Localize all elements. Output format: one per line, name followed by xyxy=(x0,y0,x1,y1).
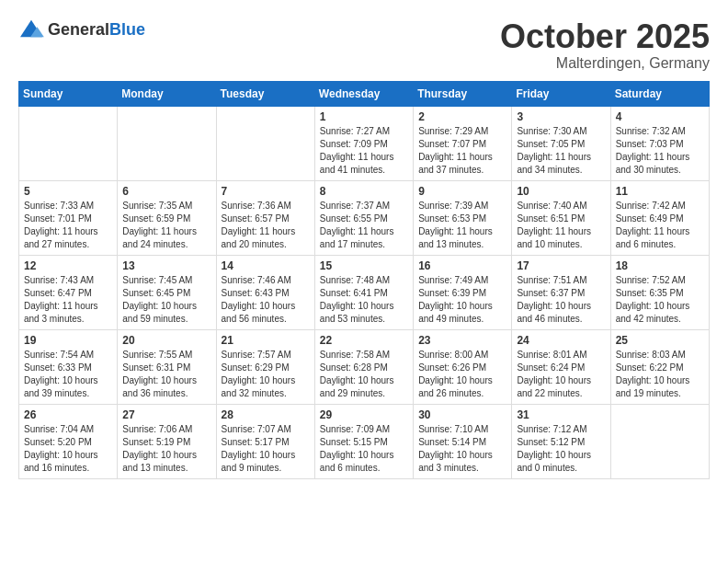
day-info: Sunrise: 7:51 AM Sunset: 6:37 PM Dayligh… xyxy=(517,274,605,326)
calendar-cell: 13Sunrise: 7:45 AM Sunset: 6:45 PM Dayli… xyxy=(118,255,216,329)
calendar-cell: 10Sunrise: 7:40 AM Sunset: 6:51 PM Dayli… xyxy=(512,180,610,255)
day-info: Sunrise: 8:01 AM Sunset: 6:24 PM Dayligh… xyxy=(517,349,605,400)
day-number: 19 xyxy=(24,334,112,347)
calendar-cell: 14Sunrise: 7:46 AM Sunset: 6:43 PM Dayli… xyxy=(216,255,314,329)
calendar-cell: 8Sunrise: 7:37 AM Sunset: 6:55 PM Daylig… xyxy=(314,180,413,255)
day-number: 31 xyxy=(517,408,605,421)
calendar-cell: 6Sunrise: 7:35 AM Sunset: 6:59 PM Daylig… xyxy=(118,180,216,255)
week-row-1: 1Sunrise: 7:27 AM Sunset: 7:09 PM Daylig… xyxy=(19,106,710,180)
calendar-cell: 18Sunrise: 7:52 AM Sunset: 6:35 PM Dayli… xyxy=(610,255,709,329)
calendar-header-row: SundayMondayTuesdayWednesdayThursdayFrid… xyxy=(19,81,710,106)
day-number: 12 xyxy=(24,259,112,272)
calendar-cell xyxy=(118,106,216,180)
logo: GeneralBlue xyxy=(18,18,145,40)
logo-icon xyxy=(18,18,44,40)
day-number: 11 xyxy=(616,185,704,198)
day-header-saturday: Saturday xyxy=(610,81,709,106)
calendar-cell: 16Sunrise: 7:49 AM Sunset: 6:39 PM Dayli… xyxy=(414,255,512,329)
day-header-tuesday: Tuesday xyxy=(216,81,314,106)
calendar-cell: 30Sunrise: 7:10 AM Sunset: 5:14 PM Dayli… xyxy=(414,404,512,478)
day-info: Sunrise: 7:33 AM Sunset: 7:01 PM Dayligh… xyxy=(24,200,112,251)
calendar-cell: 21Sunrise: 7:57 AM Sunset: 6:29 PM Dayli… xyxy=(216,329,314,404)
calendar-cell: 19Sunrise: 7:54 AM Sunset: 6:33 PM Dayli… xyxy=(19,329,118,404)
calendar-cell: 26Sunrise: 7:04 AM Sunset: 5:20 PM Dayli… xyxy=(19,404,118,478)
location-title: Malterdingen, Germany xyxy=(500,55,710,72)
calendar-cell: 4Sunrise: 7:32 AM Sunset: 7:03 PM Daylig… xyxy=(610,106,709,180)
calendar-cell: 7Sunrise: 7:36 AM Sunset: 6:57 PM Daylig… xyxy=(216,180,314,255)
day-info: Sunrise: 7:42 AM Sunset: 6:49 PM Dayligh… xyxy=(616,200,704,251)
day-info: Sunrise: 7:57 AM Sunset: 6:29 PM Dayligh… xyxy=(222,349,310,400)
day-info: Sunrise: 7:29 AM Sunset: 7:07 PM Dayligh… xyxy=(418,125,506,177)
calendar-cell: 20Sunrise: 7:55 AM Sunset: 6:31 PM Dayli… xyxy=(118,329,216,404)
day-number: 5 xyxy=(24,185,112,198)
calendar-cell: 22Sunrise: 7:58 AM Sunset: 6:28 PM Dayli… xyxy=(314,329,413,404)
calendar-cell: 23Sunrise: 8:00 AM Sunset: 6:26 PM Dayli… xyxy=(414,329,512,404)
day-info: Sunrise: 7:58 AM Sunset: 6:28 PM Dayligh… xyxy=(320,349,408,400)
day-number: 3 xyxy=(517,110,605,123)
day-number: 28 xyxy=(222,408,310,421)
day-info: Sunrise: 7:30 AM Sunset: 7:05 PM Dayligh… xyxy=(517,125,605,177)
calendar-cell: 27Sunrise: 7:06 AM Sunset: 5:19 PM Dayli… xyxy=(118,404,216,478)
day-header-thursday: Thursday xyxy=(414,81,512,106)
day-info: Sunrise: 7:10 AM Sunset: 5:14 PM Dayligh… xyxy=(418,423,506,475)
day-info: Sunrise: 7:39 AM Sunset: 6:53 PM Dayligh… xyxy=(418,200,506,251)
day-info: Sunrise: 7:09 AM Sunset: 5:15 PM Dayligh… xyxy=(320,423,408,475)
day-header-wednesday: Wednesday xyxy=(314,81,413,106)
day-header-friday: Friday xyxy=(512,81,610,106)
calendar-cell: 17Sunrise: 7:51 AM Sunset: 6:37 PM Dayli… xyxy=(512,255,610,329)
calendar-cell: 25Sunrise: 8:03 AM Sunset: 6:22 PM Dayli… xyxy=(610,329,709,404)
day-number: 22 xyxy=(320,334,408,347)
day-number: 29 xyxy=(320,408,408,421)
calendar-cell: 11Sunrise: 7:42 AM Sunset: 6:49 PM Dayli… xyxy=(610,180,709,255)
day-header-sunday: Sunday xyxy=(19,81,118,106)
day-number: 10 xyxy=(517,185,605,198)
day-info: Sunrise: 7:45 AM Sunset: 6:45 PM Dayligh… xyxy=(122,274,210,326)
day-number: 9 xyxy=(418,185,506,198)
calendar-cell: 29Sunrise: 7:09 AM Sunset: 5:15 PM Dayli… xyxy=(314,404,413,478)
day-number: 2 xyxy=(418,110,506,123)
title-area: October 2025 Malterdingen, Germany xyxy=(500,18,710,72)
day-number: 16 xyxy=(418,259,506,272)
calendar-cell: 2Sunrise: 7:29 AM Sunset: 7:07 PM Daylig… xyxy=(414,106,512,180)
week-row-5: 26Sunrise: 7:04 AM Sunset: 5:20 PM Dayli… xyxy=(19,404,710,478)
calendar-cell: 12Sunrise: 7:43 AM Sunset: 6:47 PM Dayli… xyxy=(19,255,118,329)
day-info: Sunrise: 7:27 AM Sunset: 7:09 PM Dayligh… xyxy=(320,125,408,177)
day-info: Sunrise: 7:35 AM Sunset: 6:59 PM Dayligh… xyxy=(122,200,210,251)
day-number: 30 xyxy=(418,408,506,421)
calendar-cell: 5Sunrise: 7:33 AM Sunset: 7:01 PM Daylig… xyxy=(19,180,118,255)
calendar-cell: 3Sunrise: 7:30 AM Sunset: 7:05 PM Daylig… xyxy=(512,106,610,180)
day-number: 7 xyxy=(222,185,310,198)
day-number: 25 xyxy=(616,334,704,347)
calendar-cell: 28Sunrise: 7:07 AM Sunset: 5:17 PM Dayli… xyxy=(216,404,314,478)
day-number: 6 xyxy=(122,185,210,198)
day-info: Sunrise: 7:36 AM Sunset: 6:57 PM Dayligh… xyxy=(222,200,310,251)
day-number: 15 xyxy=(320,259,408,272)
header: GeneralBlue October 2025 Malterdingen, G… xyxy=(18,18,710,72)
week-row-4: 19Sunrise: 7:54 AM Sunset: 6:33 PM Dayli… xyxy=(19,329,710,404)
day-info: Sunrise: 7:55 AM Sunset: 6:31 PM Dayligh… xyxy=(122,349,210,400)
day-number: 21 xyxy=(222,334,310,347)
day-number: 27 xyxy=(122,408,210,421)
logo-blue-text: Blue xyxy=(109,20,145,39)
day-header-monday: Monday xyxy=(118,81,216,106)
day-number: 24 xyxy=(517,334,605,347)
day-info: Sunrise: 7:48 AM Sunset: 6:41 PM Dayligh… xyxy=(320,274,408,326)
calendar-cell xyxy=(19,106,118,180)
day-info: Sunrise: 8:00 AM Sunset: 6:26 PM Dayligh… xyxy=(418,349,506,400)
day-info: Sunrise: 7:12 AM Sunset: 5:12 PM Dayligh… xyxy=(517,423,605,475)
day-number: 4 xyxy=(616,110,704,123)
calendar-cell: 15Sunrise: 7:48 AM Sunset: 6:41 PM Dayli… xyxy=(314,255,413,329)
week-row-3: 12Sunrise: 7:43 AM Sunset: 6:47 PM Dayli… xyxy=(19,255,710,329)
week-row-2: 5Sunrise: 7:33 AM Sunset: 7:01 PM Daylig… xyxy=(19,180,710,255)
day-info: Sunrise: 7:46 AM Sunset: 6:43 PM Dayligh… xyxy=(222,274,310,326)
calendar-cell: 9Sunrise: 7:39 AM Sunset: 6:53 PM Daylig… xyxy=(414,180,512,255)
day-info: Sunrise: 7:07 AM Sunset: 5:17 PM Dayligh… xyxy=(222,423,310,475)
day-info: Sunrise: 7:40 AM Sunset: 6:51 PM Dayligh… xyxy=(517,200,605,251)
day-info: Sunrise: 7:32 AM Sunset: 7:03 PM Dayligh… xyxy=(616,125,704,177)
day-info: Sunrise: 7:04 AM Sunset: 5:20 PM Dayligh… xyxy=(24,423,112,475)
day-info: Sunrise: 7:43 AM Sunset: 6:47 PM Dayligh… xyxy=(24,274,112,326)
day-info: Sunrise: 7:52 AM Sunset: 6:35 PM Dayligh… xyxy=(616,274,704,326)
day-info: Sunrise: 7:06 AM Sunset: 5:19 PM Dayligh… xyxy=(122,423,210,475)
calendar-table: SundayMondayTuesdayWednesdayThursdayFrid… xyxy=(18,81,710,479)
day-info: Sunrise: 7:54 AM Sunset: 6:33 PM Dayligh… xyxy=(24,349,112,400)
